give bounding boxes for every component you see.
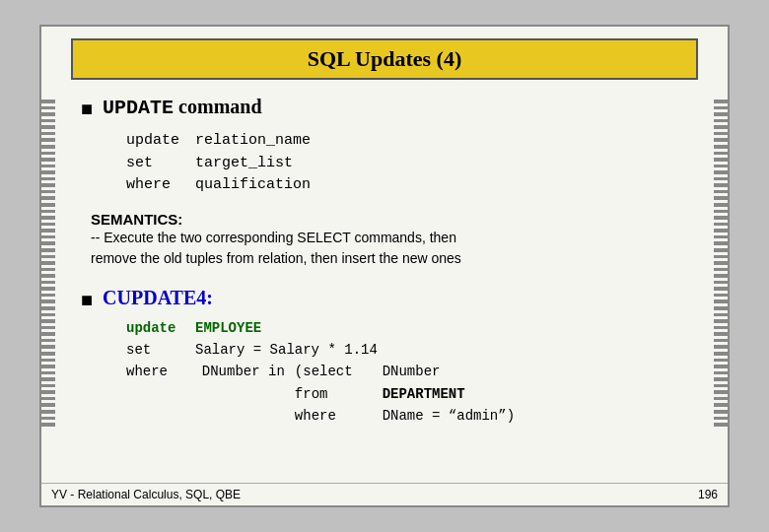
section1-heading-suffix: command bbox=[174, 96, 261, 117]
where3-kw: where bbox=[295, 405, 353, 427]
code2-where-blank bbox=[185, 405, 285, 427]
section2-title: CUPDATE4: bbox=[103, 287, 213, 309]
semantics-line2: remove the old tuples from relation, the… bbox=[91, 248, 688, 269]
set-val: target_list bbox=[195, 153, 293, 175]
set2-kw: set bbox=[126, 339, 195, 361]
where-kw: where bbox=[126, 174, 195, 197]
update2-kw: update bbox=[126, 317, 195, 339]
footer-left: YV - Relational Calculus, SQL, QBE bbox=[51, 488, 241, 501]
update-val: relation_name bbox=[195, 130, 311, 153]
where2-kw: where bbox=[126, 361, 185, 382]
cupdate-label: CUPDATE4: bbox=[103, 287, 213, 308]
from-kw: from bbox=[295, 383, 353, 405]
section1-title: UPDATE command bbox=[103, 96, 261, 119]
content-area: ■ UPDATE command update relation_name se… bbox=[41, 80, 728, 483]
semantics-line1: -- Execute the two corresponding SELECT … bbox=[91, 228, 688, 248]
title-bar: SQL Updates (4) bbox=[71, 38, 698, 80]
where-select-block: where DNumber in (select from where DNum… bbox=[126, 361, 688, 427]
where-val: qualification bbox=[195, 174, 311, 197]
code2-from-blank bbox=[185, 383, 285, 405]
select-kw: (select bbox=[295, 361, 353, 382]
code2-set: set Salary = Salary * 1.14 bbox=[126, 339, 688, 361]
code2-update: update EMPLOYEE bbox=[126, 317, 688, 339]
section1-bullet: ■ bbox=[81, 98, 93, 120]
section1-heading: ■ UPDATE command bbox=[81, 96, 688, 120]
col1: DNumber bbox=[383, 361, 515, 382]
col3: DName = “admin”) bbox=[383, 405, 515, 427]
slide: SQL Updates (4) ■ UPDATE command update … bbox=[39, 25, 730, 507]
section2-code: update EMPLOYEE set Salary = Salary * 1.… bbox=[126, 317, 688, 428]
update2-val: EMPLOYEE bbox=[195, 317, 261, 339]
slide-title: SQL Updates (4) bbox=[308, 46, 461, 71]
section2-bullet: ■ bbox=[81, 289, 93, 311]
update-keyword: UPDATE bbox=[103, 97, 174, 119]
slide-footer: YV - Relational Calculus, SQL, QBE 196 bbox=[41, 483, 728, 505]
update-kw: update bbox=[126, 130, 195, 153]
code2-where: where DNumber in bbox=[126, 361, 285, 382]
semantics-section: SEMANTICS: -- Execute the two correspond… bbox=[91, 211, 688, 269]
where-col: where DNumber in bbox=[126, 361, 285, 427]
section2-heading: ■ CUPDATE4: bbox=[81, 287, 688, 311]
select-col: (select from where bbox=[295, 361, 353, 427]
code-line-update: update relation_name bbox=[126, 130, 688, 153]
code-line-where: where qualification bbox=[126, 174, 688, 197]
footer-right: 196 bbox=[698, 488, 718, 501]
section1-code: update relation_name set target_list whe… bbox=[126, 130, 688, 197]
set2-val: Salary = Salary * 1.14 bbox=[195, 339, 378, 361]
set-kw: set bbox=[126, 153, 195, 175]
semantics-title: SEMANTICS: bbox=[91, 211, 688, 228]
left-decoration bbox=[41, 96, 55, 431]
code-line-set: set target_list bbox=[126, 153, 688, 175]
col2: DEPARTMENT bbox=[383, 383, 515, 405]
result-col: DNumber DEPARTMENT DName = “admin”) bbox=[383, 361, 515, 427]
where2-val: DNumber in bbox=[185, 361, 285, 382]
right-decoration bbox=[714, 96, 728, 431]
